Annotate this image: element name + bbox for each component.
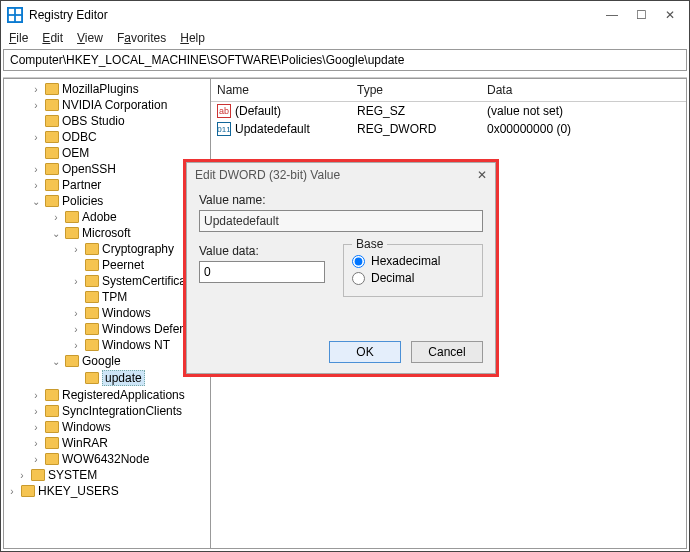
tree-item[interactable]: ›NVIDIA Corporation bbox=[6, 97, 210, 113]
dialog-close-button[interactable]: ✕ bbox=[477, 168, 487, 182]
list-row[interactable]: 011UpdatedefaultREG_DWORD0x00000000 (0) bbox=[211, 120, 686, 138]
tree-item[interactable]: ›OpenSSH bbox=[6, 161, 210, 177]
tree-twisty-icon[interactable]: › bbox=[70, 276, 82, 287]
minimize-button[interactable]: — bbox=[606, 8, 618, 22]
radio-dec[interactable] bbox=[352, 272, 365, 285]
value-type: REG_DWORD bbox=[357, 122, 487, 136]
tree-item[interactable]: ›Windows NT bbox=[6, 337, 210, 353]
tree-item[interactable]: update bbox=[6, 369, 210, 387]
tree-item[interactable]: ›WinRAR bbox=[6, 435, 210, 451]
menu-help[interactable]: Help bbox=[180, 31, 205, 45]
value-data-label: Value data: bbox=[199, 244, 325, 258]
tree-twisty-icon[interactable]: ⌄ bbox=[50, 228, 62, 239]
svg-rect-0 bbox=[9, 9, 14, 14]
folder-icon bbox=[45, 99, 59, 111]
tree-item[interactable]: TPM bbox=[6, 289, 210, 305]
radio-hex-label: Hexadecimal bbox=[371, 254, 440, 268]
col-data[interactable]: Data bbox=[487, 83, 680, 97]
tree-item[interactable]: ›RegisteredApplications bbox=[6, 387, 210, 403]
tree-twisty-icon[interactable]: › bbox=[70, 340, 82, 351]
window-title: Registry Editor bbox=[29, 8, 606, 22]
ok-button[interactable]: OK bbox=[329, 341, 401, 363]
tree-label: OEM bbox=[62, 146, 89, 160]
maximize-button[interactable]: ☐ bbox=[636, 8, 647, 22]
tree-label: Windows NT bbox=[102, 338, 170, 352]
base-legend: Base bbox=[352, 237, 387, 251]
tree-label: SYSTEM bbox=[48, 468, 97, 482]
tree-item[interactable]: ›SyncIntegrationClients bbox=[6, 403, 210, 419]
tree-item[interactable]: ›Cryptography bbox=[6, 241, 210, 257]
tree-label: Microsoft bbox=[82, 226, 131, 240]
tree-twisty-icon[interactable]: › bbox=[30, 164, 42, 175]
tree-twisty-icon[interactable]: › bbox=[70, 324, 82, 335]
tree-twisty-icon[interactable]: › bbox=[30, 438, 42, 449]
folder-icon bbox=[45, 421, 59, 433]
tree-item[interactable]: ›SystemCertificates bbox=[6, 273, 210, 289]
value-data: 0x00000000 (0) bbox=[487, 122, 680, 136]
folder-icon bbox=[85, 291, 99, 303]
menu-view[interactable]: View bbox=[77, 31, 103, 45]
tree-twisty-icon[interactable]: › bbox=[30, 180, 42, 191]
tree-item[interactable]: OBS Studio bbox=[6, 113, 210, 129]
tree-item[interactable]: ⌄Google bbox=[6, 353, 210, 369]
tree-item[interactable]: OEM bbox=[6, 145, 210, 161]
column-headers[interactable]: Name Type Data bbox=[211, 79, 686, 102]
menu-file[interactable]: File bbox=[9, 31, 28, 45]
tree-twisty-icon[interactable]: ⌄ bbox=[50, 356, 62, 367]
tree-twisty-icon[interactable]: › bbox=[30, 422, 42, 433]
tree-item[interactable]: ›Partner bbox=[6, 177, 210, 193]
folder-icon bbox=[45, 195, 59, 207]
menu-favorites[interactable]: Favorites bbox=[117, 31, 166, 45]
tree-item[interactable]: ›Windows Defender bbox=[6, 321, 210, 337]
radio-hex[interactable] bbox=[352, 255, 365, 268]
tree-item[interactable]: ›Windows bbox=[6, 305, 210, 321]
tree-twisty-icon[interactable]: › bbox=[30, 132, 42, 143]
tree-twisty-icon[interactable]: ⌄ bbox=[30, 196, 42, 207]
value-data: (value not set) bbox=[487, 104, 680, 118]
menu-edit[interactable]: Edit bbox=[42, 31, 63, 45]
tree-item[interactable]: ›Windows bbox=[6, 419, 210, 435]
tree-twisty-icon[interactable]: › bbox=[50, 212, 62, 223]
tree-twisty-icon[interactable]: › bbox=[30, 390, 42, 401]
tree-label: update bbox=[102, 370, 145, 386]
tree-twisty-icon[interactable]: › bbox=[30, 84, 42, 95]
tree-label: SyncIntegrationClients bbox=[62, 404, 182, 418]
tree-pane[interactable]: ›MozillaPlugins›NVIDIA CorporationOBS St… bbox=[3, 78, 211, 549]
tree-item[interactable]: ›WOW6432Node bbox=[6, 451, 210, 467]
cancel-button[interactable]: Cancel bbox=[411, 341, 483, 363]
value-name: Updatedefault bbox=[235, 122, 310, 136]
col-type[interactable]: Type bbox=[357, 83, 487, 97]
tree-item[interactable]: Peernet bbox=[6, 257, 210, 273]
tree-twisty-icon[interactable]: › bbox=[6, 486, 18, 497]
tree-item[interactable]: ›ODBC bbox=[6, 129, 210, 145]
close-button[interactable]: ✕ bbox=[665, 8, 675, 22]
folder-icon bbox=[45, 147, 59, 159]
tree-item[interactable]: ›HKEY_USERS bbox=[6, 483, 210, 499]
list-row[interactable]: ab(Default)REG_SZ(value not set) bbox=[211, 102, 686, 120]
col-name[interactable]: Name bbox=[217, 83, 357, 97]
tree-label: Cryptography bbox=[102, 242, 174, 256]
tree-item[interactable]: ›SYSTEM bbox=[6, 467, 210, 483]
value-data-field[interactable] bbox=[199, 261, 325, 283]
tree-label: Windows bbox=[102, 306, 151, 320]
dialog-highlight: Edit DWORD (32-bit) Value ✕ Value name: … bbox=[183, 159, 499, 377]
tree-item[interactable]: ›MozillaPlugins bbox=[6, 81, 210, 97]
tree-twisty-icon[interactable]: › bbox=[70, 244, 82, 255]
folder-icon bbox=[45, 83, 59, 95]
tree-twisty-icon[interactable]: › bbox=[30, 406, 42, 417]
tree-twisty-icon[interactable]: › bbox=[70, 308, 82, 319]
tree-item[interactable]: ⌄Policies bbox=[6, 193, 210, 209]
folder-icon bbox=[65, 227, 79, 239]
radio-dec-label: Decimal bbox=[371, 271, 414, 285]
tree-twisty-icon[interactable]: › bbox=[30, 454, 42, 465]
tree-label: OBS Studio bbox=[62, 114, 125, 128]
folder-icon bbox=[45, 179, 59, 191]
address-bar[interactable]: Computer\HKEY_LOCAL_MACHINE\SOFTWARE\Pol… bbox=[3, 49, 687, 71]
tree-item[interactable]: ›Adobe bbox=[6, 209, 210, 225]
tree-item[interactable]: ⌄Microsoft bbox=[6, 225, 210, 241]
tree-twisty-icon[interactable]: › bbox=[30, 100, 42, 111]
svg-rect-1 bbox=[16, 9, 21, 14]
tree-twisty-icon[interactable]: › bbox=[16, 470, 28, 481]
value-name-field bbox=[199, 210, 483, 232]
tree-label: Adobe bbox=[82, 210, 117, 224]
